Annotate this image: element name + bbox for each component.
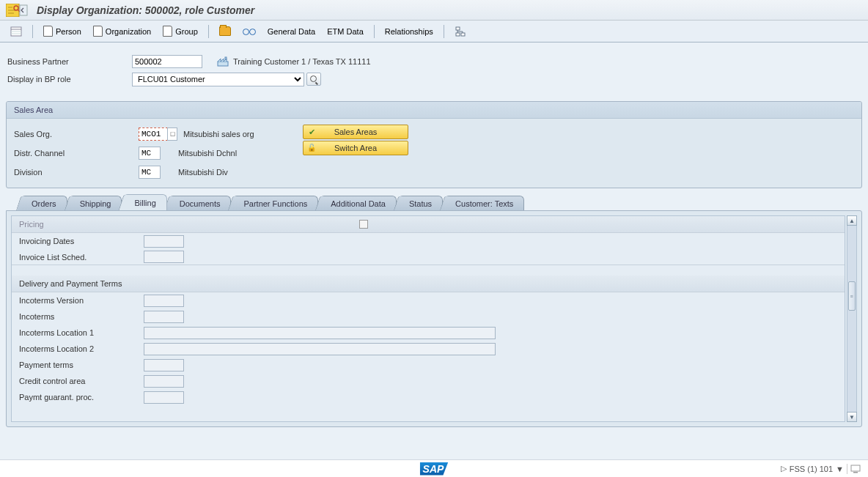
open-button[interactable] bbox=[215, 23, 235, 40]
paymt-guarant-input[interactable] bbox=[144, 391, 184, 404]
credit-control-label: Credit control area bbox=[19, 377, 144, 385]
connection-icon: ▷ bbox=[781, 464, 787, 473]
distr-channel-descr: Mitsubishi Dchnl bbox=[178, 149, 237, 158]
pricing-checkbox[interactable] bbox=[359, 220, 368, 229]
incoterms-input[interactable] bbox=[144, 311, 184, 323]
hierarchy-icon bbox=[455, 26, 466, 37]
document-icon bbox=[163, 26, 172, 37]
svg-rect-12 bbox=[851, 465, 860, 471]
distr-channel-input[interactable] bbox=[139, 147, 161, 160]
svg-rect-11 bbox=[225, 57, 227, 59]
document-icon bbox=[93, 26, 103, 37]
division-input[interactable] bbox=[139, 166, 161, 179]
svg-rect-13 bbox=[853, 472, 858, 473]
sales-area-group: Sales Area Sales Org. ☐ Mitsubishi sales… bbox=[6, 101, 862, 188]
role-label: Display in BP role bbox=[7, 75, 132, 84]
tab-documents[interactable]: Documents bbox=[169, 196, 232, 210]
svg-rect-8 bbox=[456, 33, 460, 36]
incoterms-version-label: Incoterms Version bbox=[19, 296, 144, 305]
title-bar: Display Organization: 500002, role Custo… bbox=[0, 0, 868, 21]
page-title: Display Organization: 500002, role Custo… bbox=[37, 4, 254, 16]
tab-billing[interactable]: Billing bbox=[123, 194, 166, 210]
sales-area-title: Sales Area bbox=[7, 102, 861, 119]
person-button[interactable]: Person bbox=[39, 23, 86, 40]
bp-description: Training Customer 1 / Texas TX 11111 bbox=[233, 57, 371, 66]
role-search-button[interactable] bbox=[306, 73, 321, 86]
window-icon[interactable] bbox=[4, 3, 29, 18]
unlock-icon bbox=[306, 143, 317, 153]
incoterms-version-input[interactable] bbox=[144, 295, 184, 307]
tab-partner-functions[interactable]: Partner Functions bbox=[232, 196, 318, 210]
factory-icon bbox=[217, 56, 229, 67]
f4-help-button[interactable]: ☐ bbox=[167, 127, 177, 141]
sales-org-descr: Mitsubishi sales org bbox=[183, 130, 254, 138]
tab-customer-texts[interactable]: Customer: Texts bbox=[444, 196, 524, 210]
credit-control-input[interactable] bbox=[144, 375, 184, 388]
etm-data-label: ETM Data bbox=[327, 27, 364, 36]
vertical-scrollbar[interactable]: ▲ ≡ ▼ bbox=[847, 215, 857, 422]
incoterms-loc2-input[interactable] bbox=[144, 343, 496, 355]
tab-status[interactable]: Status bbox=[398, 196, 443, 210]
paymt-guarant-label: Paymt guarant. proc. bbox=[19, 393, 144, 402]
payment-terms-input[interactable] bbox=[144, 359, 184, 371]
app-toolbar: Person Organization Group General Data E… bbox=[0, 21, 868, 42]
scroll-thumb[interactable]: ≡ bbox=[848, 281, 856, 311]
tab-additional-data[interactable]: Additional Data bbox=[320, 196, 397, 210]
folder-open-icon bbox=[219, 26, 231, 36]
delivery-section-header: Delivery and Payment Terms bbox=[12, 276, 845, 292]
glasses-button[interactable] bbox=[238, 23, 260, 40]
division-label: Division bbox=[14, 168, 139, 177]
switch-area-button[interactable]: Switch Area bbox=[303, 141, 408, 155]
bp-role-select[interactable]: FLCU01 Customer bbox=[132, 73, 304, 86]
document-icon bbox=[43, 26, 53, 37]
invoicing-dates-input[interactable] bbox=[144, 235, 184, 248]
sales-areas-button[interactable]: Sales Areas bbox=[303, 125, 408, 139]
pricing-label: Pricing bbox=[19, 220, 44, 229]
check-icon bbox=[306, 127, 317, 137]
switch-area-label: Switch Area bbox=[334, 144, 377, 152]
sales-areas-label: Sales Areas bbox=[334, 127, 378, 136]
menu-button[interactable] bbox=[6, 23, 26, 40]
scroll-track[interactable]: ≡ bbox=[847, 226, 857, 412]
etm-data-button[interactable]: ETM Data bbox=[323, 23, 368, 40]
general-data-button[interactable]: General Data bbox=[263, 23, 320, 40]
terminal-icon[interactable] bbox=[850, 465, 861, 473]
tab-strip: Orders Shipping Billing Documents Partne… bbox=[6, 194, 862, 210]
bp-label: Business Partner bbox=[7, 57, 132, 66]
incoterms-label: Incoterms bbox=[19, 312, 144, 321]
status-bar: SAP ▷ FSS (1) 101 ▼ bbox=[0, 459, 868, 477]
incoterms-loc2-label: Incoterms Location 2 bbox=[19, 344, 144, 353]
group-button[interactable]: Group bbox=[158, 23, 202, 40]
incoterms-loc1-input[interactable] bbox=[144, 327, 496, 339]
sales-org-input[interactable] bbox=[139, 127, 168, 141]
tab-shipping[interactable]: Shipping bbox=[69, 196, 122, 210]
svg-rect-10 bbox=[218, 62, 228, 66]
invoice-list-sched-input[interactable] bbox=[144, 251, 184, 263]
status-dropdown-icon[interactable]: ▼ bbox=[836, 465, 844, 473]
overview-button[interactable] bbox=[450, 23, 471, 40]
organization-label: Organization bbox=[106, 27, 151, 36]
distr-channel-label: Distr. Channel bbox=[14, 149, 139, 158]
sales-org-label: Sales Org. bbox=[14, 130, 139, 138]
organization-button[interactable]: Organization bbox=[89, 23, 155, 40]
general-data-label: General Data bbox=[268, 27, 315, 36]
scroll-up-button[interactable]: ▲ bbox=[847, 215, 857, 226]
invoicing-dates-label: Invoicing Dates bbox=[19, 237, 144, 245]
tab-orders[interactable]: Orders bbox=[21, 196, 67, 210]
scroll-down-button[interactable]: ▼ bbox=[847, 412, 857, 422]
relationships-label: Relationships bbox=[385, 27, 433, 36]
group-label: Group bbox=[175, 27, 198, 36]
search-icon bbox=[310, 75, 317, 83]
payment-terms-label: Payment terms bbox=[19, 360, 144, 369]
relationships-button[interactable]: Relationships bbox=[380, 23, 438, 40]
status-system: FSS (1) 101 bbox=[790, 465, 833, 473]
invoice-list-sched-label: Invoice List Sched. bbox=[19, 253, 144, 262]
bp-number-input[interactable] bbox=[132, 55, 202, 68]
svg-rect-7 bbox=[456, 27, 460, 30]
svg-rect-9 bbox=[461, 33, 465, 36]
content-area: Business Partner Training Customer 1 / T… bbox=[0, 42, 868, 477]
person-label: Person bbox=[56, 27, 81, 36]
glasses-icon bbox=[243, 28, 256, 35]
division-descr: Mitsubishi Div bbox=[178, 168, 228, 177]
tab-panel-billing: Pricing Invoicing Dates Invoice List Sch… bbox=[6, 210, 862, 427]
